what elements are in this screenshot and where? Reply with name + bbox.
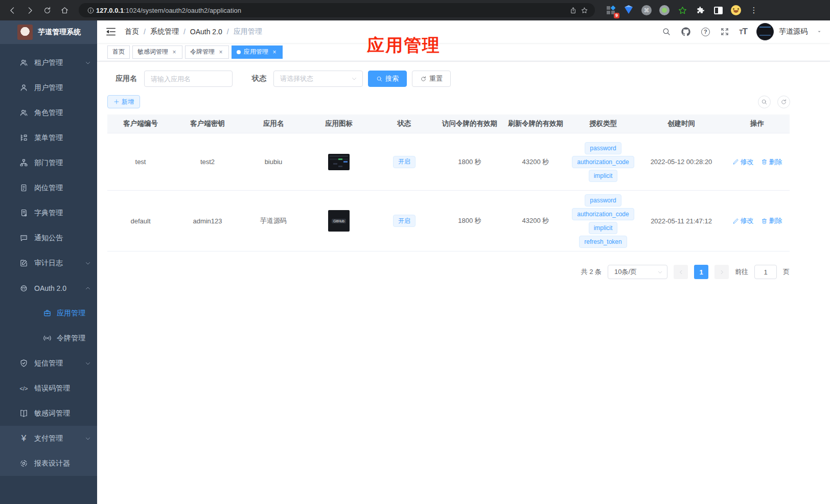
bookmark-star-icon[interactable]	[579, 5, 590, 16]
username-label: 芋道源码	[779, 27, 808, 36]
caret-down-icon[interactable]	[817, 29, 822, 34]
cell-client-secret: admin123	[174, 217, 241, 225]
status-select[interactable]: 请选择状态	[273, 71, 363, 87]
app-root: 127.0.0.1:1024/system/oauth2/oauth2/appl…	[0, 0, 830, 504]
browser-home-button[interactable]	[57, 3, 72, 17]
sidebar-item-dict[interactable]: 字典管理	[0, 200, 97, 225]
close-icon[interactable]: ×	[218, 49, 224, 55]
signal-icon	[43, 334, 52, 342]
cell-app-icon	[306, 154, 372, 170]
sidebar-item-sensitive-word[interactable]: 敏感词管理	[0, 401, 97, 426]
sidebar-item-oauth-token[interactable]: 令牌管理	[0, 326, 97, 351]
chevron-right-icon	[719, 269, 725, 275]
sidebar-item-report-designer[interactable]: 报表设计器	[0, 451, 97, 476]
tab-home[interactable]: 首页	[107, 45, 130, 59]
col-status: 状态	[372, 119, 436, 128]
goto-page-input[interactable]	[754, 265, 777, 279]
user-avatar[interactable]	[756, 23, 774, 40]
extension-record-icon[interactable]	[659, 5, 670, 16]
sidebar-item-audit-log[interactable]: 审计日志	[0, 250, 97, 276]
cell-access-ttl: 1800 秒	[436, 216, 503, 225]
site-info-icon[interactable]	[85, 5, 96, 16]
help-icon[interactable]: ?	[700, 27, 710, 37]
delete-button[interactable]: 删除	[761, 157, 782, 167]
profile-emoji-icon[interactable]	[730, 5, 742, 16]
tab-token[interactable]: 令牌管理×	[185, 45, 229, 59]
breadcrumb-home[interactable]: 首页	[125, 27, 139, 36]
extension-star-icon[interactable]	[677, 5, 688, 16]
status-badge: 开启	[393, 215, 416, 227]
extension-grid-icon[interactable]: 9	[605, 5, 616, 16]
app-name-input[interactable]	[144, 71, 233, 87]
sidebar-item-role[interactable]: 角色管理	[0, 100, 97, 125]
prev-page-button[interactable]	[674, 265, 688, 279]
total-count: 共 2 条	[581, 267, 602, 277]
font-size-icon[interactable]: TT	[739, 27, 747, 37]
breadcrumb-system[interactable]: 系统管理	[150, 27, 179, 36]
grant-tag: password	[585, 142, 621, 154]
reset-button[interactable]: 重置	[412, 71, 451, 87]
sidebar-item-error-code[interactable]: </>错误码管理	[0, 376, 97, 401]
hide-search-button[interactable]	[758, 96, 771, 108]
browser-menu-icon[interactable]: ⋮	[748, 5, 759, 16]
refresh-icon	[780, 99, 787, 105]
grant-tag: implicit	[589, 170, 618, 182]
sidebar-logo[interactable]: 芋道管理系统	[0, 20, 97, 44]
sidebar-item-pay[interactable]: ¥支付管理	[0, 426, 97, 451]
github-icon[interactable]	[681, 27, 691, 37]
goto-unit-label: 页	[783, 267, 790, 277]
page-size-select[interactable]: 10条/页	[608, 265, 667, 279]
browser-reload-button[interactable]	[40, 3, 54, 17]
sidebar-item-tenant[interactable]: 租户管理	[0, 50, 97, 75]
sidebar-item-user[interactable]: 用户管理	[0, 75, 97, 100]
sidebar-lower-section: ¥支付管理 报表设计器	[0, 426, 97, 476]
add-button[interactable]: 新增	[107, 95, 140, 108]
next-page-button[interactable]	[714, 265, 729, 279]
tab-application[interactable]: 应用管理×	[232, 45, 283, 59]
table-row: test test2 biubiu 开启 1800 秒 43200 秒 pass…	[107, 133, 790, 191]
browser-forward-button[interactable]	[22, 3, 37, 17]
sidebar-item-post[interactable]: 岗位管理	[0, 175, 97, 200]
edit-button[interactable]: 修改	[732, 157, 754, 167]
breadcrumb-oauth[interactable]: OAuth 2.0	[190, 28, 222, 36]
share-icon[interactable]	[567, 5, 579, 16]
tab-sensitive-word[interactable]: 敏感词管理×	[132, 45, 182, 59]
fullscreen-icon[interactable]	[720, 27, 730, 37]
extension-split-icon[interactable]	[712, 5, 724, 16]
search-button[interactable]: 搜索	[368, 71, 407, 87]
sidebar: 芋道管理系统 租户管理 用户管理 角色管理 菜单管理 部门管理 岗位管理 字典管…	[0, 20, 97, 504]
sidebar-item-menu[interactable]: 菜单管理	[0, 125, 97, 150]
browser-back-button[interactable]	[5, 3, 19, 17]
search-icon[interactable]	[661, 27, 672, 37]
sidebar-item-oauth-application[interactable]: 应用管理	[0, 301, 97, 326]
address-bar[interactable]: 127.0.0.1:1024/system/oauth2/oauth2/appl…	[79, 3, 595, 17]
extensions-puzzle-icon[interactable]	[695, 5, 706, 16]
delete-button[interactable]: 删除	[761, 216, 782, 225]
sidebar-item-sms[interactable]: 短信管理	[0, 351, 97, 376]
extension-gem-icon[interactable]	[623, 5, 634, 16]
grant-tag: password	[585, 194, 621, 207]
edit-button[interactable]: 修改	[732, 216, 754, 225]
breadcrumb-current: 应用管理	[234, 27, 262, 36]
page-content: 应用名 状态 请选择状态 搜索 重置 新增	[97, 61, 830, 279]
close-icon[interactable]: ×	[271, 49, 278, 55]
sidebar-item-notice[interactable]: 通知公告	[0, 225, 97, 250]
sidebar-item-dept[interactable]: 部门管理	[0, 150, 97, 175]
browser-extensions: 9 ⌘ ⋮	[605, 5, 759, 16]
table-toolbar: 新增	[107, 95, 820, 108]
cell-status: 开启	[372, 156, 436, 168]
sidebar-collapse-icon[interactable]	[105, 26, 117, 37]
refresh-button[interactable]	[777, 96, 790, 108]
logo-image	[17, 25, 33, 40]
chevron-down-icon	[85, 436, 91, 442]
sidebar-item-oauth[interactable]: OAuth 2.0	[0, 276, 97, 301]
extension-command-icon[interactable]: ⌘	[641, 5, 652, 16]
goto-label: 前往	[735, 267, 748, 277]
close-icon[interactable]: ×	[171, 49, 177, 55]
current-page-button[interactable]: 1	[694, 265, 708, 279]
chevron-down-icon	[85, 260, 91, 266]
col-actions: 操作	[725, 119, 790, 128]
col-client-secret: 客户端密钥	[174, 119, 241, 128]
code-icon: </>	[19, 385, 28, 392]
cell-actions: 修改 删除	[725, 157, 790, 167]
